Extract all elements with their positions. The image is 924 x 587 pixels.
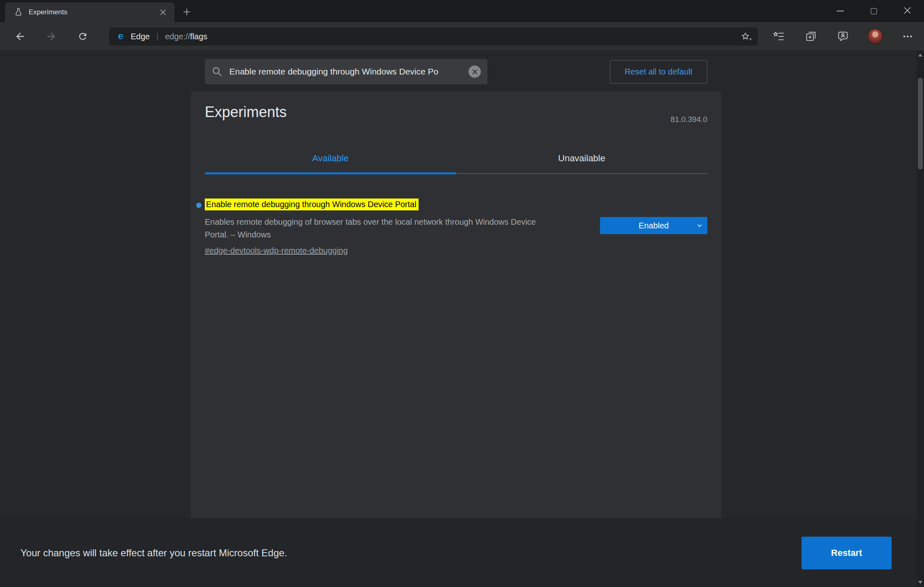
edge-logo-icon: e <box>116 31 126 42</box>
chevron-down-icon <box>696 222 703 229</box>
search-icon <box>211 66 223 77</box>
flag-description: Enables remote debugging of browser tabs… <box>205 216 557 241</box>
close-button[interactable] <box>890 0 924 22</box>
back-button[interactable] <box>9 22 32 50</box>
scroll-thumb[interactable] <box>918 78 923 169</box>
tab-close-icon[interactable] <box>157 7 169 18</box>
forward-button[interactable] <box>40 22 63 50</box>
scroll-down-arrow-icon[interactable] <box>918 581 922 584</box>
tab-available-label: Available <box>312 153 349 164</box>
address-bar[interactable]: e Edge | edge:// flags + <box>109 27 758 45</box>
window-controls <box>823 0 924 22</box>
flag-row: Enable remote debugging through Windows … <box>205 199 707 255</box>
minimize-icon <box>837 11 844 11</box>
page-title: Experiments <box>205 104 287 121</box>
toolbar-icons <box>772 22 915 50</box>
browser-tab-experiments[interactable]: Experiments <box>5 2 174 22</box>
flag-value-label: Enabled <box>639 221 668 230</box>
tab-title: Experiments <box>29 8 157 16</box>
minimize-button[interactable] <box>823 0 857 22</box>
feedback-icon[interactable] <box>836 29 850 44</box>
site-brand-label: Edge <box>131 32 150 41</box>
scroll-up-arrow-icon[interactable] <box>918 54 922 56</box>
refresh-button[interactable] <box>71 22 94 50</box>
new-tab-button[interactable] <box>180 5 193 18</box>
tab-unavailable-label: Unavailable <box>558 153 605 164</box>
svg-text:e: e <box>118 31 123 41</box>
close-icon <box>904 7 911 16</box>
flags-tabs: Available Unavailable <box>205 144 707 174</box>
add-favorite-icon[interactable]: + <box>739 30 752 43</box>
flag-text-block: Enable remote debugging through Windows … <box>205 199 557 255</box>
url-path: flags <box>190 32 207 41</box>
profile-avatar[interactable] <box>867 29 883 44</box>
flag-permalink[interactable]: #edge-devtools-wdp-remote-debugging <box>205 246 348 255</box>
flag-value-dropdown[interactable]: Enabled <box>600 217 707 234</box>
clear-search-button[interactable] <box>469 65 481 78</box>
maximize-button[interactable] <box>857 0 890 22</box>
flag-name-highlighted: Enable remote debugging through Windows … <box>205 199 419 210</box>
plus-badge-icon: + <box>749 36 752 42</box>
url-scheme: edge:// <box>165 32 190 41</box>
restart-button[interactable]: Restart <box>802 537 892 569</box>
restart-message: Your changes will take effect after you … <box>20 547 287 559</box>
tab-unavailable[interactable]: Unavailable <box>456 144 708 173</box>
browser-toolbar: e Edge | edge:// flags + <box>0 22 924 50</box>
tab-available[interactable]: Available <box>205 144 456 173</box>
browser-window: Experiments <box>0 0 924 587</box>
settings-and-more-icon[interactable] <box>900 29 915 44</box>
flag-bullet <box>196 203 202 208</box>
flags-search-input[interactable] <box>229 66 469 77</box>
version-label: 81.0.394.0 <box>670 115 707 124</box>
flags-page: Reset all to default Experiments 81.0.39… <box>0 50 924 587</box>
url-divider: | <box>156 32 159 41</box>
scrollbar[interactable] <box>917 50 924 587</box>
flags-search-box <box>205 59 487 84</box>
experiments-panel: Experiments 81.0.394.0 Available Unavail… <box>191 91 721 518</box>
restart-banner: Your changes will take effect after you … <box>0 518 917 587</box>
tab-strip: Experiments <box>0 0 924 22</box>
collections-icon[interactable] <box>804 29 818 44</box>
flask-favicon-icon <box>14 8 23 17</box>
favorites-hub-icon[interactable] <box>772 29 786 44</box>
maximize-icon <box>871 8 877 14</box>
reset-all-button[interactable]: Reset all to default <box>610 60 707 84</box>
